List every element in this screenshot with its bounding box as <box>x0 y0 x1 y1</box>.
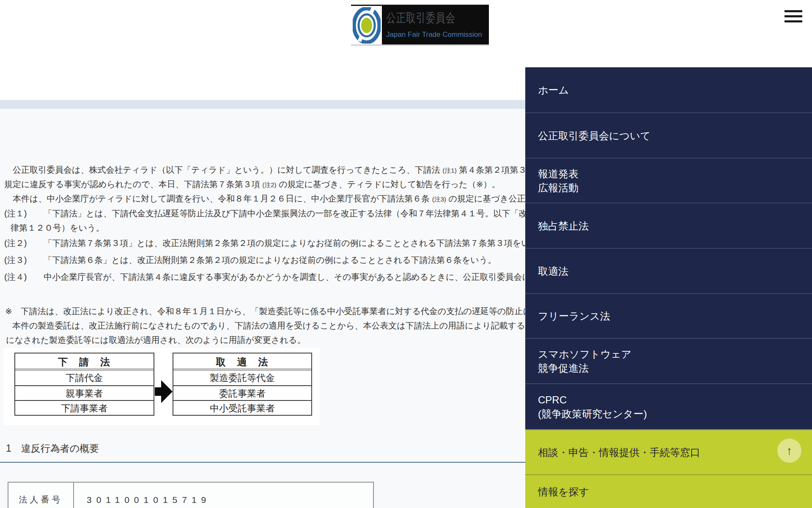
table-row: 下請事業者 <box>15 400 154 415</box>
note-line: 律第１２０号）をいう。 <box>11 222 104 234</box>
scroll-to-top-button[interactable]: ↑ <box>777 439 801 463</box>
sidebar-item-label: スマホソフトウェア 競争促進法 <box>538 347 631 375</box>
jftc-page: 公正取引委員会 Japan Fair Trade Commission 公正取引… <box>0 0 812 508</box>
sidebar-item-about[interactable]: 公正取引委員会について <box>525 113 812 158</box>
sidebar-item-cprc[interactable]: CPRC (競争政策研究センター) <box>525 384 812 429</box>
table-row: 下請代金 <box>15 370 154 385</box>
table-header: 下 請 法 <box>15 353 154 370</box>
paragraph-line: 規定に違反する事実が認められたので、本日、下請法第７条第３項 (注2) の規定に… <box>4 179 500 190</box>
sidebar-item-home[interactable]: ホーム <box>525 67 812 113</box>
sidebar-item-freelance[interactable]: フリーランス法 <box>525 293 812 338</box>
note-line: (注４) 中小企業庁長官が、下請法第４条に違反する事実があるかどうかを調査し、そ… <box>4 271 539 283</box>
paragraph-line: 公正取引委員会は、株式会社ティラド（以下「ティラド」という。）に対して調査を行っ… <box>4 164 535 176</box>
menu-bar-icon <box>785 15 802 17</box>
sidebar-item-torieki[interactable]: 取適法 <box>525 248 812 293</box>
corporate-number-label: 法人番号 <box>8 483 74 508</box>
table-header: 取 適 法 <box>173 353 311 370</box>
menu-bar-icon <box>785 10 802 12</box>
sidebar-item-antimonopoly[interactable]: 独占禁止法 <box>525 203 812 248</box>
sidebar-item-find-info[interactable]: 情報を探す <box>525 475 812 508</box>
asterisk-note-line: 本件の製造委託は、改正法施行前になされたものであり、下請法の適用を受けることから… <box>12 320 534 331</box>
note-line: (注２) 「下請法第７条第３項」とは、改正法附則第２条第２項の規定によりなお従前… <box>4 237 538 249</box>
corporate-number-value: 3011001015719 <box>74 483 373 508</box>
table-row: 製造委託等代金 <box>173 370 311 385</box>
sidebar-item-press[interactable]: 報道発表 広報活動 <box>525 158 812 203</box>
asterisk-note-line: になされた製造委託等には取適法が適用され、次のように用語が変更される。 <box>6 334 305 346</box>
sidebar-item-label: 公正取引委員会について <box>538 129 650 143</box>
note-line: (注３) 「下請法第６条」とは、改正法附則第２条第２項の規定によりなお従前の例に… <box>4 254 496 266</box>
section-heading: 1 違反行為者の概要 <box>6 442 99 455</box>
sidebar-item-label: フリーランス法 <box>538 309 610 323</box>
sidebar-item-label: CPRC (競争政策研究センター) <box>538 393 647 421</box>
menu-bar-icon <box>785 20 802 22</box>
sidebar-item-smartphone-software[interactable]: スマホソフトウェア 競争促進法 <box>525 338 812 384</box>
table-row: 委託事業者 <box>173 385 311 400</box>
logo-subtitle: Japan Fair Trade Commission <box>386 30 482 39</box>
jftc-emblem-icon <box>353 7 381 44</box>
sidebar-item-consultation[interactable]: 相談・申告・情報提供・手続等窓口 <box>525 429 812 475</box>
note-line: (注１) 「下請法」とは、下請代金支払遅延等防止法及び下請中小企業振興法の一部を… <box>4 208 536 219</box>
logo-title: 公正取引委員会 <box>386 10 461 27</box>
jftc-emblem-icon <box>351 6 382 44</box>
footnote-ref: (注3) <box>432 196 446 203</box>
terminology-diagram: 下 請 法 下請代金 親事業者 下請事業者 取 適 法 製造委託等代金 委託事業… <box>3 348 320 425</box>
sidebar-item-label: 報道発表 広報活動 <box>538 167 579 195</box>
right-arrow-icon <box>155 380 173 403</box>
sidebar-menu: ホーム 公正取引委員会について 報道発表 広報活動 独占禁止法 取適法 フリーラ… <box>525 67 812 508</box>
sidebar-item-label: ホーム <box>538 83 569 97</box>
sidebar-item-label: 取適法 <box>538 264 568 278</box>
footnote-ref: (注2) <box>262 181 276 188</box>
logo-text-block: 公正取引委員会 Japan Fair Trade Commission <box>382 6 489 44</box>
torieki-law-table: 取 適 法 製造委託等代金 委託事業者 中小受託事業者 <box>173 353 312 416</box>
asterisk-note-line: ※ 下請法は、改正法により改正され、令和８年１月１日から、「製造委託等に係る中小… <box>5 306 540 317</box>
paragraph-line: 本件は、中小企業庁がティラドに対して調査を行い、令和８年１月２６日に、中小企業庁… <box>4 193 534 204</box>
sidebar-item-label: 情報を探す <box>538 485 589 499</box>
footnote-ref: (注1) <box>442 167 456 174</box>
jftc-logo[interactable]: 公正取引委員会 Japan Fair Trade Commission <box>351 5 489 46</box>
menu-button[interactable] <box>785 10 802 22</box>
up-arrow-icon: ↑ <box>787 444 793 458</box>
shitauke-law-table: 下 請 法 下請代金 親事業者 下請事業者 <box>14 353 154 416</box>
corporate-number-table: 法人番号 3011001015719 <box>8 482 374 508</box>
table-row: 親事業者 <box>15 385 154 400</box>
table-row: 中小受託事業者 <box>173 400 311 415</box>
sidebar-item-label: 独占禁止法 <box>538 219 589 233</box>
sidebar-item-label: 相談・申告・情報提供・手続等窓口 <box>538 445 700 459</box>
